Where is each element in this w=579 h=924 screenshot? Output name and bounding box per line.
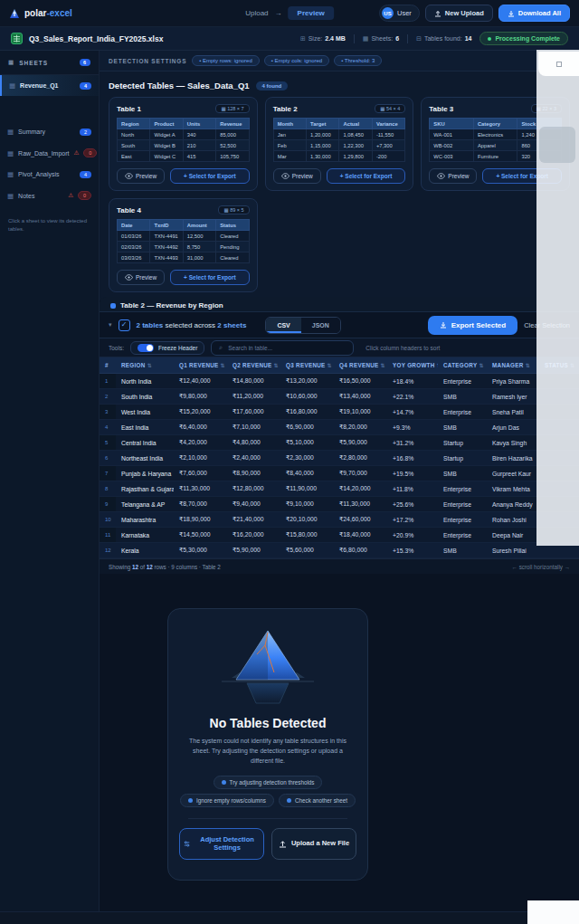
sidebar-item-revenue_q1[interactable]: ▦Revenue_Q14 (0, 75, 99, 96)
select-for-export-button[interactable]: + Select for Export (327, 168, 406, 184)
mini-cell: North (118, 129, 150, 140)
mini-cell: -200 (372, 151, 404, 162)
brand[interactable]: polar-excel (9, 8, 72, 19)
table-cell: ₹11,30,000 (174, 481, 227, 497)
bulb-icon (287, 798, 291, 803)
export-selected-button[interactable]: Export Selected (428, 316, 517, 335)
table-cell: SMB (438, 389, 487, 405)
table-cell: Deepa Nair (487, 528, 539, 543)
mini-cell: 31,000 (183, 252, 215, 263)
column-header-manager[interactable]: MANAGER⇅ (487, 357, 539, 374)
column-header--[interactable]: # (100, 357, 116, 374)
table-cell: ₹18,40,000 (334, 528, 387, 543)
format-json-option[interactable]: JSON (301, 318, 340, 333)
empty-state-description: The system could not identify any table … (186, 737, 349, 767)
table-cell: West India (116, 405, 174, 420)
adjust-detection-settings-button[interactable]: Adjust Detection Settings (179, 828, 264, 861)
suggestion-pill[interactable]: Ignore empty rows/columns (180, 794, 274, 807)
column-header-category[interactable]: CATEGORY⇅ (438, 357, 487, 374)
mini-cell: TXN-4492 (150, 242, 183, 252)
overlay-glyph-icon (556, 62, 562, 67)
export-toolbar: ▾ ✓ 2 tables selected across 2 sheets CS… (100, 311, 579, 338)
column-header-region[interactable]: REGION⇅ (116, 357, 174, 374)
table-card-title: Table 2 (273, 105, 298, 113)
table-card-actions: Preview+ Select for Export (273, 168, 406, 184)
mini-row: Jan1,20,0001,08,450-11,550 (273, 129, 405, 140)
table-cell: ₹6,80,000 (334, 543, 387, 558)
sidebar-item-pivot_analysis[interactable]: ▦Pivot_Analysis4 (0, 164, 99, 185)
column-header-status[interactable]: STATUS⇅ (539, 357, 579, 374)
column-header-yoy-growth[interactable]: YOY GROWTH⇅ (387, 357, 438, 374)
table-cell: ₹4,80,000 (227, 435, 280, 451)
page-footer-bar (0, 911, 579, 924)
freeze-header-toggle[interactable] (138, 344, 154, 352)
table-cell: Telangana & AP (116, 497, 174, 512)
mini-row: Feb1,15,0001,22,300+7,300 (273, 140, 405, 151)
table-cell (539, 420, 579, 435)
table-cell: ₹10,60,000 (280, 389, 334, 405)
column-header-q3-revenue[interactable]: Q3 REVENUE⇅ (280, 357, 334, 374)
column-header-q2-revenue[interactable]: Q2 REVENUE⇅ (227, 357, 280, 374)
user-menu[interactable]: US User (379, 5, 420, 22)
sidebar-item-summary[interactable]: ▦Summary2 (0, 121, 99, 142)
sidebar-item-raw_data_import[interactable]: ▦Raw_Data_Import⚠0 (0, 142, 99, 164)
table-cell: 3 (100, 405, 116, 420)
mini-cell: 02/03/26 (118, 242, 150, 252)
preview-button[interactable]: Preview (117, 270, 165, 285)
table-row: 1North India₹12,40,000₹14,80,000₹13,20,0… (100, 374, 579, 389)
table-cell: Punjab & Haryana (116, 466, 174, 481)
table-cell: ₹8,70,000 (174, 497, 227, 512)
table-cell: Enterprise (438, 374, 487, 389)
table-cell: ₹19,10,000 (334, 405, 387, 420)
mini-cell: Widget A (150, 129, 183, 140)
mini-cell: Furniture (473, 151, 517, 162)
preview-button[interactable]: Preview (117, 168, 165, 184)
preview-button[interactable]: Preview (273, 168, 321, 184)
mini-header-row: DateTxnIDAmountStatus (118, 220, 250, 231)
panel-title-row: Table 2 — Revenue by Region (100, 297, 579, 311)
suggestion-pill[interactable]: Try adjusting detection thresholds (214, 776, 323, 789)
table-size-badge: ▦ 22 × 3 (531, 104, 562, 113)
select-for-export-button[interactable]: + Select for Export (170, 270, 250, 285)
upload-icon (279, 840, 287, 848)
processing-status-badge: Processing Complete (479, 32, 568, 45)
table-cell: ₹16,20,000 (227, 528, 280, 543)
new-upload-button[interactable]: New Upload (425, 5, 493, 22)
mini-cell: 85,000 (216, 129, 249, 140)
column-header-q4-revenue[interactable]: Q4 REVENUE⇅ (334, 357, 387, 374)
format-csv-option[interactable]: CSV (266, 318, 300, 333)
sheet-table-count-badge: 0 (78, 191, 91, 200)
clear-selection-button[interactable]: Clear Selection (524, 321, 570, 329)
nav-upload-link[interactable]: Upload (245, 9, 268, 17)
download-all-button[interactable]: Download All (498, 5, 570, 22)
table-cell: Arjun Das (487, 420, 539, 435)
sheet-table-count-badge: 2 (80, 129, 91, 136)
nav-preview-tab[interactable]: Preview (289, 6, 334, 20)
search-input[interactable] (226, 344, 346, 352)
mini-row: Mar1,30,0001,29,800-200 (273, 151, 405, 162)
mini-col-header: Status (216, 220, 249, 231)
table-cell (539, 528, 579, 543)
sidebar-item-notes[interactable]: ▦Notes⚠0 (0, 185, 99, 206)
mini-cell: -11,550 (372, 129, 404, 140)
select-for-export-button[interactable]: + Select for Export (482, 168, 562, 184)
table-cell: Kavya Singh (487, 435, 539, 451)
table-cell: 4 (100, 420, 116, 435)
select-for-export-button[interactable]: + Select for Export (170, 168, 250, 184)
preview-button[interactable]: Preview (429, 168, 477, 184)
table-cell: ₹11,90,000 (280, 481, 334, 497)
table-card-title: Table 4 (117, 206, 141, 214)
table-cell: 2 (100, 389, 116, 405)
mini-cell: 1,08,450 (339, 129, 372, 140)
column-header-q1-revenue[interactable]: Q1 REVENUE⇅ (174, 357, 227, 374)
suggestion-pill[interactable]: Check another sheet (279, 794, 356, 807)
sheet-icon: ▦ (7, 192, 14, 200)
mini-cell: 8,750 (183, 242, 215, 252)
table-cell: ₹2,80,000 (334, 451, 387, 466)
table-preview-panel: Table 2 — Revenue by Region ▾ ✓ 2 tables… (100, 297, 579, 574)
sheet-label: Summary (18, 129, 45, 135)
selection-checkbox[interactable]: ✓ (119, 319, 130, 331)
mini-cell: 12,500 (183, 231, 215, 242)
upload-new-file-button[interactable]: Upload a New File (271, 828, 356, 861)
chevron-down-icon[interactable]: ▾ (109, 321, 112, 329)
